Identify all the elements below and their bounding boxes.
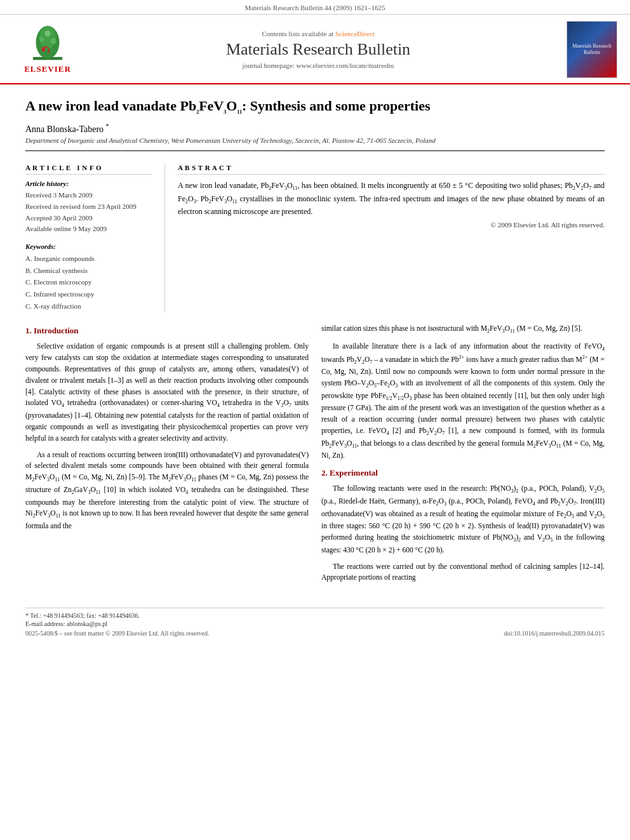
- selected-word: selected: [35, 462, 58, 469]
- article-title-section: A new iron lead vanadate Pb2FeV3O11: Syn…: [25, 84, 605, 151]
- right-body-column: similar cation sizes this phase is not i…: [321, 323, 605, 589]
- intro-para-2: As a result of reactions occurring betwe…: [25, 450, 309, 532]
- journal-citation: Materials Research Bulletin 44 (2009) 16…: [245, 4, 385, 11]
- footer-issn: 0025-5408/$ – see front matter © 2009 El…: [25, 630, 209, 637]
- journal-homepage-text: journal homepage: www.elsevier.com/locat…: [243, 62, 394, 69]
- sciencedirect-link: Contents lists available at ScienceDirec…: [83, 30, 554, 37]
- footnote-star: * Tel.: +48 914494563; fax: +48 91449463…: [25, 612, 605, 619]
- experimental-heading: 2. Experimental: [321, 467, 605, 479]
- keyword-2: B. Chemical synthesis: [25, 265, 152, 277]
- journal-homepage: journal homepage: www.elsevier.com/locat…: [83, 62, 554, 69]
- keywords-label: Keywords:: [25, 243, 152, 250]
- elsevier-tree-icon: [25, 25, 70, 63]
- elsevier-logo: ELSEVIER: [13, 25, 83, 74]
- article-history-label: Article history:: [25, 180, 152, 187]
- experimental-para-1: The following reactants were used in the…: [321, 483, 605, 556]
- received-date: Received 3 March 2009: [25, 190, 152, 201]
- journal-cover-section: Materials Research Bulletin: [554, 21, 617, 78]
- svg-point-7: [42, 47, 46, 51]
- author-name: Anna Blonska-Tabero *: [25, 123, 605, 135]
- elsevier-wordmark: ELSEVIER: [24, 64, 71, 74]
- footnote-star-text: * Tel.: +48 914494563; fax: +48 91449463…: [25, 612, 140, 619]
- accepted-date: Accepted 30 April 2009: [25, 213, 152, 224]
- sciencedirect-anchor[interactable]: ScienceDirect: [335, 30, 375, 37]
- top-bar: Materials Research Bulletin 44 (2009) 16…: [0, 0, 630, 15]
- cover-text: Materials Research Bulletin: [570, 43, 614, 57]
- elsevier-logo-section: ELSEVIER: [13, 25, 83, 74]
- info-section: A R T I C L E I N F O Article history: R…: [25, 159, 605, 312]
- main-content: A new iron lead vanadate Pb2FeV3O11: Syn…: [0, 84, 630, 637]
- svg-point-4: [39, 37, 44, 41]
- footnote-email-text: E-mail address: ablonska@ps.pl: [25, 620, 107, 627]
- and-word: and: [537, 497, 548, 505]
- journal-title-section: Contents lists available at ScienceDirec…: [83, 30, 554, 69]
- svg-point-5: [51, 38, 57, 44]
- keyword-4: C. Infrared spectroscopy: [25, 288, 152, 300]
- keyword-1: A. Inorganic compounds: [25, 253, 152, 265]
- abstract-text: A new iron lead vanadate, Pb2FeV3O11, ha…: [178, 180, 605, 217]
- journal-title: Materials Research Bulletin: [83, 40, 554, 59]
- article-info-column: A R T I C L E I N F O Article history: R…: [25, 164, 165, 312]
- footer-doi: doi:10.1016/j.materresbull.2009.04.015: [504, 630, 605, 637]
- journal-header: ELSEVIER Contents lists available at Sci…: [0, 15, 630, 84]
- article-info-label: A R T I C L E I N F O: [25, 164, 152, 175]
- keywords-section: Keywords: A. Inorganic compounds B. Chem…: [25, 243, 152, 312]
- abstract-label: A B S T R A C T: [178, 164, 605, 175]
- article-title: A new iron lead vanadate Pb2FeV3O11: Syn…: [25, 97, 605, 116]
- svg-point-6: [44, 30, 50, 36]
- left-body-column: 1. Introduction Selective oxidation of o…: [25, 323, 309, 589]
- right-para-1: similar cation sizes this phase is not i…: [321, 323, 605, 336]
- experimental-para-2: The reactions were carried out by the co…: [321, 561, 605, 584]
- footer-bottom: 0025-5408/$ – see front matter © 2009 El…: [25, 630, 605, 637]
- copyright-text: © 2009 Elsevier Ltd. All rights reserved…: [178, 221, 605, 229]
- page-wrapper: Materials Research Bulletin 44 (2009) 16…: [0, 0, 630, 840]
- keyword-5: C. X-ray diffraction: [25, 300, 152, 312]
- intro-para-1: Selective oxidation of organic compounds…: [25, 341, 309, 444]
- keyword-3: C. Electron microscopy: [25, 276, 152, 288]
- footer-section: * Tel.: +48 914494563; fax: +48 91449463…: [25, 608, 605, 637]
- body-columns: 1. Introduction Selective oxidation of o…: [25, 323, 605, 589]
- intro-heading: 1. Introduction: [25, 324, 309, 337]
- sciencedirect-label: Contents lists available at: [262, 30, 333, 37]
- abstract-column: A B S T R A C T A new iron lead vanadate…: [165, 164, 605, 312]
- right-para-2: In available literature there is a lack …: [321, 341, 605, 462]
- author-affiliation: Department of Inorganic and Analytical C…: [25, 137, 605, 144]
- available-date: Available online 9 May 2009: [25, 223, 152, 235]
- received-revised-date: Received in revised form 23 April 2009: [25, 201, 152, 213]
- journal-cover-image: Materials Research Bulletin: [566, 21, 617, 78]
- footnote-email: E-mail address: ablonska@ps.pl: [25, 620, 605, 627]
